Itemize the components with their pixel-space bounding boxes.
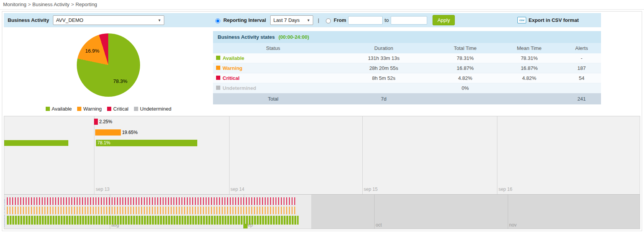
column-header-mean-time: Mean Time xyxy=(496,43,562,53)
timeline-main-band[interactable]: sep 13sep 14sep 15sep 162.25%19.65%78.1% xyxy=(4,116,640,194)
breadcrumb-separator: > xyxy=(71,2,74,7)
timeline-brand: Timeline © SIMILE xyxy=(4,199,5,228)
column-header-total-time: Total Time xyxy=(434,43,496,53)
status-label: Available xyxy=(223,55,244,61)
status-swatch xyxy=(216,66,220,70)
table-row: Undetermined0% xyxy=(213,83,601,93)
duration-cell xyxy=(333,83,434,93)
alerts-cell: - xyxy=(562,53,601,63)
table-row: Warning28h 20m 55s16.87%16.87%187 xyxy=(213,63,601,73)
status-label: Warning xyxy=(223,65,243,71)
business-activity-label: Business Activity xyxy=(8,17,49,23)
day-gridline xyxy=(497,116,497,194)
day-label: sep 16 xyxy=(499,187,512,192)
available-segment-bar[interactable]: 78.1% xyxy=(96,140,197,146)
bar-label: 78.1% xyxy=(97,140,110,146)
critical-segment-bar[interactable] xyxy=(94,119,98,125)
duration-cell: 131h 33m 13s xyxy=(333,53,434,63)
chevron-down-icon: ▼ xyxy=(307,18,310,22)
reporting-interval-select[interactable]: Last 7 Days ▼ xyxy=(270,15,313,25)
states-table: Status Duration Total Time Mean Time Ale… xyxy=(213,43,601,104)
legend-swatch xyxy=(77,107,81,111)
duration-cell: 28h 20m 55s xyxy=(333,63,434,73)
breadcrumb-separator: > xyxy=(28,2,31,7)
breadcrumb: Monitoring>Business Activity>Reporting xyxy=(3,2,97,7)
table-row: Available131h 33m 13s78.31%78.31%- xyxy=(213,53,601,63)
breadcrumb-item[interactable]: Monitoring xyxy=(3,2,26,7)
breadcrumb-item[interactable]: Reporting xyxy=(76,2,97,7)
bar-label: 19.65% xyxy=(122,129,138,136)
status-swatch xyxy=(216,76,220,80)
states-title-range: (00:00-24:00) xyxy=(279,34,309,40)
pie-panel: 16.9% 78.3% AvailableWarningCriticalUnde… xyxy=(4,31,213,112)
status-cell: Available xyxy=(213,53,333,63)
bar-label: 2.25% xyxy=(99,119,112,125)
alerts-cell: 54 xyxy=(562,73,601,83)
legend-label: Warning xyxy=(83,106,102,112)
column-header-alerts: Alerts xyxy=(562,43,601,53)
duration-cell: 8h 5m 52s xyxy=(333,73,434,83)
mean-time-cell: 78.31% xyxy=(496,53,562,63)
total-duration: 7d xyxy=(333,93,434,105)
total-alerts: 241 xyxy=(562,93,601,105)
total-time-cell: 78.31% xyxy=(434,53,496,63)
available-ticks xyxy=(7,216,299,225)
breadcrumb-item[interactable]: Business Activity xyxy=(32,2,69,7)
states-title-bar: Business Activity states (00:00-24:00) xyxy=(213,31,601,43)
legend-swatch xyxy=(46,107,50,111)
month-label: nov xyxy=(509,222,517,228)
day-label: sep 15 xyxy=(364,187,378,192)
reporting-interval-value: Last 7 Days xyxy=(273,17,300,23)
from-label: From xyxy=(334,17,347,23)
mean-time-cell xyxy=(496,83,562,93)
column-header-status: Status xyxy=(213,43,333,53)
states-table-body: Available131h 33m 13s78.31%78.31%-Warnin… xyxy=(213,53,601,93)
pie-slice-label-available: 78.3% xyxy=(113,78,127,84)
warning-segment-bar[interactable] xyxy=(95,129,121,136)
available-segment-previous-bar[interactable] xyxy=(4,140,68,146)
content-row: 16.9% 78.3% AvailableWarningCriticalUnde… xyxy=(4,31,601,112)
legend-label: Undetermined xyxy=(140,106,172,112)
total-label: Total xyxy=(213,93,333,105)
csv-icon: csv xyxy=(517,17,526,23)
total-total-time xyxy=(434,93,496,105)
total-mean-time xyxy=(496,93,562,105)
total-time-cell: 16.87% xyxy=(434,63,496,73)
column-header-duration: Duration xyxy=(333,43,434,53)
business-activity-select[interactable]: AVV_DEMO ▼ xyxy=(53,15,164,25)
to-date-input[interactable] xyxy=(391,16,427,25)
custom-period-radio[interactable] xyxy=(326,18,331,23)
warning-ticks xyxy=(7,207,297,214)
timeline-overview-band[interactable]: Timeline © SIMILE augsepoctnov xyxy=(4,194,640,229)
month-gridline xyxy=(508,195,508,229)
alerts-cell: 187 xyxy=(562,63,601,73)
month-gridline xyxy=(374,195,375,229)
legend-item: Undetermined xyxy=(134,106,172,112)
month-label: oct xyxy=(376,222,382,228)
reporting-interval-label: Reporting Interval xyxy=(223,17,266,23)
day-gridline xyxy=(362,116,363,194)
status-cell: Warning xyxy=(213,63,333,73)
status-cell: Critical xyxy=(213,73,333,83)
chevron-down-icon: ▼ xyxy=(158,18,161,22)
total-time-cell: 0% xyxy=(434,83,496,93)
toolbar: Business Activity AVV_DEMO ▼ Reporting I… xyxy=(4,13,601,27)
status-swatch xyxy=(216,86,220,90)
pie-slice-label-warning: 16.9% xyxy=(85,48,99,54)
from-date-input[interactable] xyxy=(348,16,383,25)
export-csv-link[interactable]: csv Export in CSV format xyxy=(517,17,579,23)
alerts-cell xyxy=(562,83,601,93)
legend-label: Available xyxy=(52,106,72,112)
mean-time-cell: 16.87% xyxy=(496,63,562,73)
status-label: Undetermined xyxy=(223,85,256,91)
pie-legend: AvailableWarningCriticalUndetermined xyxy=(4,106,213,112)
critical-ticks xyxy=(7,197,297,205)
total-row: Total 7d 241 xyxy=(213,93,601,105)
table-row: Critical8h 5m 52s4.82%4.82%54 xyxy=(213,73,601,83)
legend-item: Critical xyxy=(107,106,129,112)
event-marker xyxy=(243,224,248,228)
legend-item: Available xyxy=(46,106,72,112)
reporting-interval-radio[interactable] xyxy=(215,18,220,23)
pie-chart: 16.9% 78.3% xyxy=(77,33,140,97)
apply-button[interactable]: Apply xyxy=(433,15,455,25)
